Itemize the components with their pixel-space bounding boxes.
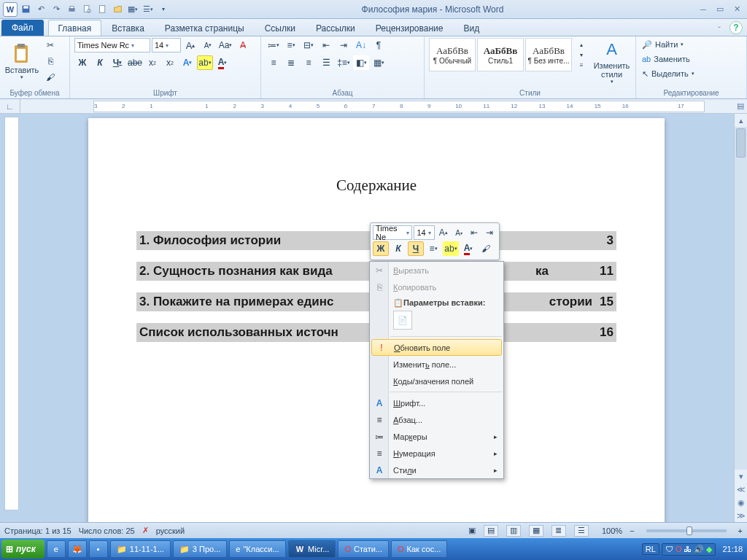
qat-open-icon[interactable] xyxy=(110,2,125,17)
clear-format-icon[interactable]: A̶ xyxy=(235,38,251,52)
help-icon[interactable]: ? xyxy=(729,21,743,34)
cut-icon[interactable]: ✂ xyxy=(42,38,58,52)
align-right-icon[interactable]: ≡ xyxy=(301,55,317,70)
change-case-icon[interactable]: Aa▾ xyxy=(217,38,233,52)
qat-new-icon[interactable] xyxy=(95,2,109,17)
borders-icon[interactable]: ▦▾ xyxy=(371,55,387,70)
mini-align-icon[interactable]: ≡▾ xyxy=(425,241,441,256)
mini-indent-inc-icon[interactable]: ⇥ xyxy=(483,225,497,240)
replace-button[interactable]: abЗаменить xyxy=(640,52,696,66)
mini-highlight-icon[interactable]: ab▾ xyxy=(443,241,459,256)
maximize-button[interactable]: ▭ xyxy=(713,4,727,15)
tray-volume-icon[interactable]: 🔊 xyxy=(694,545,704,554)
styles-more-icon[interactable]: ≡ xyxy=(573,60,589,70)
select-button[interactable]: ↖Выделить ▾ xyxy=(640,67,696,80)
sort-icon[interactable]: A↓ xyxy=(353,38,369,52)
tab-selector-icon[interactable]: ∟ xyxy=(0,99,20,114)
vertical-scrollbar[interactable]: ▴ ▾ ≪ ◉ ≫ xyxy=(734,114,747,522)
tray-lang[interactable]: RL xyxy=(642,543,659,555)
tab-layout[interactable]: Разметка страницы xyxy=(155,20,255,36)
font-color-icon[interactable]: A▾ xyxy=(214,55,231,70)
scroll-up-icon[interactable]: ▴ xyxy=(735,114,747,127)
text-effects-icon[interactable]: A▾ xyxy=(179,55,196,70)
horizontal-ruler[interactable]: 3211234567891011121314151617 xyxy=(93,101,705,112)
indent-dec-icon[interactable]: ⇤ xyxy=(318,38,334,52)
ctx-copy[interactable]: ⎘Копировать xyxy=(370,279,503,295)
superscript-icon[interactable]: x2 xyxy=(162,55,178,70)
format-painter-icon[interactable]: 🖌 xyxy=(42,70,58,85)
taskbar-item[interactable]: 📁3 Про... xyxy=(173,540,227,558)
qat-save-icon[interactable] xyxy=(18,2,33,17)
zoom-in-icon[interactable]: + xyxy=(738,526,743,535)
mini-font-color-icon[interactable]: A▾ xyxy=(460,241,476,256)
view-web-icon[interactable]: ▦ xyxy=(529,525,543,537)
style-style1[interactable]: АаБбВвСтиль1 xyxy=(477,38,524,71)
qat-print-icon[interactable] xyxy=(64,2,79,17)
paste-button[interactable]: Вставить ▾ xyxy=(4,38,39,85)
copy-icon[interactable]: ⎘ xyxy=(42,54,58,69)
scroll-thumb[interactable] xyxy=(736,128,746,158)
close-button[interactable]: ✕ xyxy=(729,4,744,15)
style-no-spacing[interactable]: АаБбВв¶ Без инте... xyxy=(525,38,572,71)
mini-format-painter-icon[interactable]: 🖌 xyxy=(478,241,494,256)
show-marks-icon[interactable]: ¶ xyxy=(371,38,387,52)
vertical-ruler[interactable] xyxy=(4,117,19,510)
qat-redo-icon[interactable]: ↷ xyxy=(49,2,63,17)
mini-italic[interactable]: К xyxy=(390,241,406,256)
multilevel-icon[interactable]: ⊟▾ xyxy=(301,38,317,52)
shading-icon[interactable]: ◧▾ xyxy=(353,55,369,70)
grow-font-icon[interactable]: A▴ xyxy=(182,38,198,52)
font-size-select[interactable]: 14▾ xyxy=(152,38,181,52)
status-macro-icon[interactable]: ▣ xyxy=(468,526,476,535)
styles-up-icon[interactable]: ▴ xyxy=(573,39,589,50)
italic-button[interactable]: К xyxy=(92,55,108,70)
tab-home[interactable]: Главная xyxy=(48,20,102,36)
mini-underline[interactable]: Ч xyxy=(408,241,424,256)
view-draft-icon[interactable]: ☰ xyxy=(574,525,589,537)
qat-preview-icon[interactable] xyxy=(80,2,94,17)
status-language[interactable]: русский xyxy=(156,526,185,535)
tab-references[interactable]: Ссылки xyxy=(255,20,306,36)
tray-icons[interactable]: 🛡O🖧🔊◆ xyxy=(662,543,716,556)
ctx-cut[interactable]: ✂Вырезать xyxy=(370,262,503,279)
styles-down-icon[interactable]: ▾ xyxy=(573,50,589,60)
minimize-button[interactable]: ─ xyxy=(696,4,711,15)
strike-button[interactable]: abe xyxy=(127,55,143,70)
taskbar-item[interactable]: e"Класси... xyxy=(229,540,285,558)
view-print-icon[interactable]: ▤ xyxy=(484,525,498,537)
minimize-ribbon-icon[interactable]: ˇ xyxy=(712,24,727,36)
mini-grow-icon[interactable]: A▴ xyxy=(436,225,450,240)
taskbar-item-word[interactable]: WMicr... xyxy=(288,540,336,558)
tab-view[interactable]: Вид xyxy=(453,20,489,36)
indent-inc-icon[interactable]: ⇥ xyxy=(336,38,352,52)
tab-insert[interactable]: Вставка xyxy=(101,20,155,36)
ctx-styles[interactable]: AСтили▸ xyxy=(370,462,503,478)
highlight-icon[interactable]: ab▾ xyxy=(197,55,213,70)
qat-undo-icon[interactable]: ↶ xyxy=(34,2,48,17)
bold-button[interactable]: Ж xyxy=(74,55,90,70)
status-proofing-icon[interactable]: ✗ xyxy=(142,526,149,535)
align-center-icon[interactable]: ≣ xyxy=(283,55,299,70)
status-words[interactable]: Число слов: 25 xyxy=(79,526,135,535)
mini-font-size[interactable]: 14▾ xyxy=(414,225,435,240)
shrink-font-icon[interactable]: A▾ xyxy=(200,38,216,52)
tray-network-icon[interactable]: 🖧 xyxy=(684,545,692,553)
justify-icon[interactable]: ☰ xyxy=(318,55,334,70)
tab-file[interactable]: Файл xyxy=(1,20,44,36)
line-spacing-icon[interactable]: ‡≡▾ xyxy=(336,55,352,70)
mini-indent-dec-icon[interactable]: ⇤ xyxy=(468,225,481,240)
zoom-out-icon[interactable]: − xyxy=(630,526,634,535)
bullets-icon[interactable]: ≔▾ xyxy=(266,38,282,52)
zoom-value[interactable]: 100% xyxy=(602,526,622,535)
qat-table-icon[interactable]: ▦▾ xyxy=(125,2,140,17)
taskbar-item[interactable]: 📁11-11-1... xyxy=(110,540,171,558)
zoom-slider[interactable] xyxy=(646,529,727,532)
find-button[interactable]: 🔎Найти ▾ xyxy=(640,38,696,51)
scroll-down-icon[interactable]: ▾ xyxy=(735,470,747,483)
tray-opera-icon[interactable]: O xyxy=(676,545,682,553)
mini-font-family[interactable]: Times Ne▾ xyxy=(373,225,412,240)
style-normal[interactable]: АаБбВв¶ Обычный xyxy=(429,38,476,71)
status-page[interactable]: Страница: 1 из 15 xyxy=(4,526,71,535)
tab-mailings[interactable]: Рассылки xyxy=(306,20,365,36)
tray-av-icon[interactable]: ◆ xyxy=(706,545,712,554)
